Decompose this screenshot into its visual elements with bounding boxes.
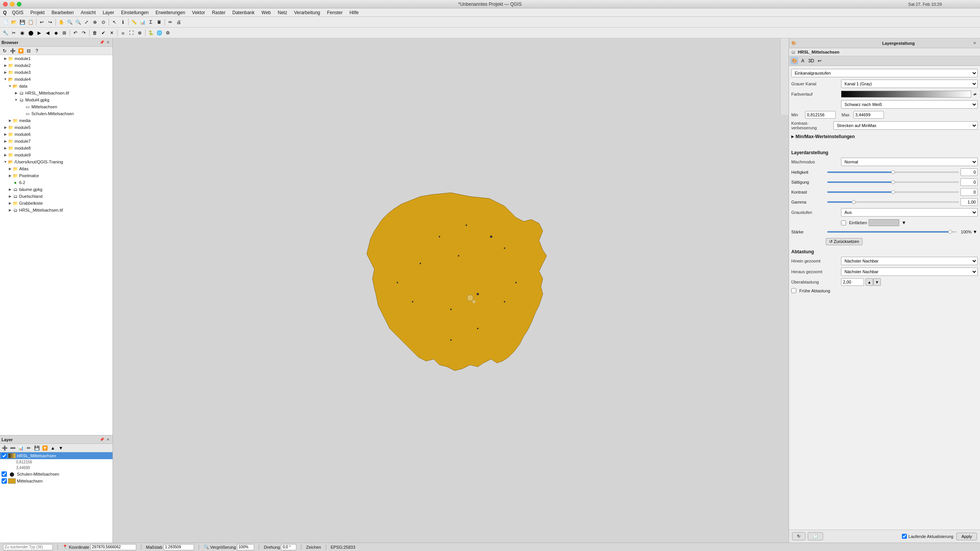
layer-hrsl[interactable]: HRSL_Mittelsachsen — [0, 452, 113, 459]
browser-item-data[interactable]: ▼ 📂 data — [0, 83, 113, 90]
zoom-input[interactable] — [237, 544, 254, 550]
digitize-btn[interactable]: ✏ — [167, 18, 174, 26]
field-calc-btn[interactable]: 🖩 — [155, 18, 163, 26]
attribute-table-btn[interactable]: 📊 — [139, 18, 146, 26]
staerke-expand[interactable]: ▼ — [972, 228, 978, 236]
menu-bearbeiten[interactable]: Bearbeiten — [49, 9, 77, 16]
zoom-in-btn[interactable]: 🔍 — [66, 18, 74, 26]
farbton-expand[interactable]: ▼ — [900, 219, 908, 227]
browser-item-media[interactable]: ▶ 📁 media — [0, 117, 113, 124]
measure-btn[interactable]: 📏 — [130, 18, 138, 26]
menu-layer[interactable]: Layer — [100, 9, 117, 16]
tb2-btn9[interactable]: ↶ — [72, 29, 79, 37]
pan-btn[interactable]: ✋ — [57, 18, 65, 26]
gamma-input[interactable] — [960, 198, 978, 206]
ueberabtastung-input[interactable] — [841, 278, 864, 286]
menu-netz[interactable]: Netz — [275, 9, 291, 16]
browser-item-atlas[interactable]: ▶ 📁 Atlas — [0, 165, 113, 172]
helligkeit-thumb[interactable] — [891, 170, 895, 174]
menu-qgis[interactable]: QGIS — [9, 9, 26, 16]
kontrast-dropdown[interactable]: Strecken auf MinMax — [833, 121, 978, 130]
identify-btn[interactable]: ℹ — [119, 18, 127, 26]
menu-ansicht[interactable]: Ansicht — [78, 9, 99, 16]
zoom-full-btn[interactable]: ⤢ — [83, 18, 90, 26]
tb2-btn2[interactable]: ✂ — [10, 29, 18, 37]
save-as-btn[interactable]: 📋 — [27, 18, 34, 26]
mischmode-dropdown[interactable]: Normal — [841, 158, 978, 166]
remove-layer-btn[interactable]: ➖ — [9, 444, 16, 452]
search-input[interactable] — [3, 544, 53, 550]
heraus-dropdown[interactable]: Nächster Nachbar — [841, 267, 978, 276]
kontrast-input[interactable] — [960, 188, 978, 196]
coordinate-input[interactable] — [90, 544, 136, 550]
browser-item-module9[interactable]: ▶ 📁 module9 — [0, 152, 113, 158]
browser-item-module6[interactable]: ▶ 📁 module6 — [0, 131, 113, 138]
farbverlauf-dropdown[interactable]: Schwarz nach Weiß — [841, 100, 978, 109]
browser-item-mittelsachsen[interactable]: ▭ Mittelsachsen — [0, 103, 113, 110]
new-project-btn[interactable]: 📄 — [2, 18, 9, 26]
footer-history-btn[interactable]: 🕐 — [808, 532, 823, 540]
menu-hilfe[interactable]: Hilfe — [346, 9, 362, 16]
undo-btn[interactable]: ↩ — [38, 18, 46, 26]
einfarben-checkbox[interactable] — [841, 220, 846, 225]
tb2-btn11[interactable]: 🗑 — [91, 29, 99, 37]
open-attr-btn[interactable]: 📊 — [17, 444, 24, 452]
max-value-input[interactable] — [853, 111, 884, 119]
zoom-layer-btn[interactable]: ⊕ — [91, 18, 99, 26]
tb2-btn16[interactable]: ⊕ — [136, 29, 144, 37]
print-layout-btn[interactable]: 🖨 — [175, 18, 183, 26]
close-button[interactable] — [3, 2, 8, 7]
tab-labels[interactable]: A — [799, 57, 807, 65]
browser-item-deutschland[interactable]: ▶ 🗂 Duetschland — [0, 193, 113, 200]
menu-web[interactable]: Web — [258, 9, 274, 16]
statistics-btn[interactable]: Σ — [147, 18, 155, 26]
frueh-checkbox[interactable] — [791, 288, 796, 293]
tb2-gear[interactable]: ⚙ — [164, 29, 172, 37]
tb2-btn13[interactable]: ✕ — [108, 29, 116, 37]
footer-refresh-btn[interactable]: ↻ — [792, 532, 805, 540]
epsg-display[interactable]: EPSG:25833 — [331, 545, 355, 549]
menu-erweiterungen[interactable]: Erweiterungen — [152, 9, 188, 16]
menu-fenster[interactable]: Fenster — [324, 9, 346, 16]
browser-item-module5[interactable]: ▶ 📁 module5 — [0, 124, 113, 131]
zoom-selection-btn[interactable]: ⊙ — [100, 18, 107, 26]
browser-collapse[interactable]: ⊟ — [25, 47, 33, 55]
laufend-checkbox[interactable] — [902, 534, 907, 539]
staerke-thumb[interactable] — [948, 230, 952, 234]
gamma-thumb[interactable] — [852, 200, 856, 204]
layer-up-btn[interactable]: ▲ — [49, 444, 57, 452]
minimize-button[interactable] — [10, 2, 15, 7]
browser-item-hrsl2[interactable]: ▶ 🗂 HRSL_Mittelsachsen.tif — [0, 207, 113, 214]
hinein-dropdown[interactable]: Nächster Nachbar — [841, 257, 978, 265]
browser-item-grabbelkiste[interactable]: ▶ 📁 Grabbelkiste — [0, 200, 113, 207]
layer-schulen[interactable]: ⬤ Schulen-Mittelsachsen — [0, 471, 113, 478]
menu-verarbeitung[interactable]: Verarbeitung — [291, 9, 323, 16]
browser-item-modul4gpkg[interactable]: ▼ 🗂 Modul4.gpkg — [0, 96, 113, 103]
farbverlauf-reverse[interactable]: ⇄ — [972, 90, 978, 98]
tb2-btn5[interactable]: ▶ — [35, 29, 43, 37]
layer-mittelsachsen-checkbox[interactable] — [2, 478, 7, 484]
browser-item-module3[interactable]: ▶ 📁 module3 — [0, 69, 113, 76]
open-project-btn[interactable]: 📂 — [10, 18, 18, 26]
browser-item-baeume[interactable]: ▶ 🗂 bäume.gpkg — [0, 186, 113, 193]
saettigung-input[interactable] — [960, 178, 978, 186]
layer-schulen-checkbox[interactable] — [2, 471, 7, 477]
layer-close[interactable]: ✕ — [105, 437, 111, 443]
tb2-btn1[interactable]: 🔧 — [2, 29, 9, 37]
helligkeit-input[interactable] — [960, 168, 978, 176]
ueberabtastung-up[interactable]: ▲ — [866, 278, 873, 286]
tb2-py[interactable]: 🐍 — [147, 29, 155, 37]
gray-channel-dropdown[interactable]: Kanal 1 (Gray) — [841, 80, 978, 88]
redo-btn[interactable]: ↪ — [46, 18, 54, 26]
browser-refresh[interactable]: ↻ — [1, 47, 8, 55]
renderer-dropdown[interactable]: Einkanalgraustufen — [791, 69, 978, 77]
tb2-btn3[interactable]: ◉ — [18, 29, 26, 37]
filter-layer-btn[interactable]: 🔽 — [41, 444, 49, 452]
menu-raster[interactable]: Raster — [209, 9, 229, 16]
browser-help[interactable]: ? — [33, 47, 41, 55]
browser-pin[interactable]: 📌 — [99, 39, 105, 46]
rotation-input[interactable] — [281, 544, 296, 550]
tb2-btn6[interactable]: ◀ — [44, 29, 51, 37]
browser-item-6-2[interactable]: ● 6-2 — [0, 179, 113, 186]
layer-pin[interactable]: 📌 — [99, 437, 105, 443]
